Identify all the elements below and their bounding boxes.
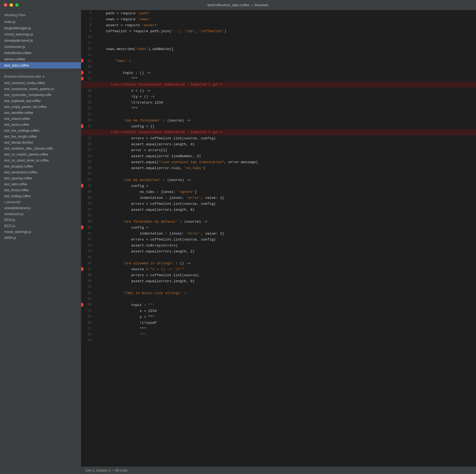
table-row: 41 indentation : {level: 'error', value:… (81, 231, 476, 236)
linter-item-test-constructor-needs-parens[interactable]: test_constructor_needs_parens.co (0, 86, 81, 92)
linter-item-test-no-stand-alone-at[interactable]: test_no_stand_alone_at.coffee (0, 157, 81, 163)
linter-item-test-newlines-after-classes[interactable]: test_newlines_after_classes.coffe (0, 146, 81, 152)
linter-item-e011-js[interactable]: E011.js (0, 223, 81, 229)
linter-item-test-trailing[interactable]: test_trailing.coffee (0, 193, 81, 199)
maximize-button[interactable] (15, 3, 19, 7)
error-icon: 🔴 (81, 77, 84, 81)
table-row: 58 ''' (81, 332, 476, 338)
code-line: errors = coffeelint.lint(source) (95, 272, 476, 278)
line-number: 52 (81, 296, 95, 302)
table-row: 20 \t\treturn 1234 (81, 100, 476, 106)
line-number: 8 (81, 22, 95, 28)
working-files-list: main.js pluginManager.js mixed_warnings.… (0, 19, 81, 68)
linter-item-test-throw[interactable]: test_throw.coffee (0, 187, 81, 193)
linter-item-test-identifier[interactable]: test_identifier.coffee (0, 110, 81, 116)
line-number: 29 (81, 159, 95, 165)
code-line: assert.equal(errors.length, 0) (95, 278, 476, 284)
line-number: 18 (81, 88, 95, 94)
line-number: 🔴 14 (81, 58, 95, 64)
linter-label: Brackets-InteractiveLinter (4, 75, 41, 78)
table-row: 28 assert.equal(error.lineNumber, 2) (81, 153, 476, 159)
linter-item-test-empty-param-list[interactable]: test_empty_param_list.coffee (0, 104, 81, 110)
code-line: assert.equal(error.lineNumber, 2) (95, 153, 476, 159)
sidebar-item-device-coffee[interactable]: device.coffee (0, 56, 81, 62)
error-icon: 🔴 (81, 267, 84, 271)
js-group-header[interactable]: ▾ javascript (0, 199, 81, 205)
linter-item-test-literate[interactable]: test_literate.litcoffee (0, 140, 81, 146)
linter-item-test-comment-config[interactable]: test_comment_config.coffee (0, 80, 81, 86)
code-line (95, 284, 476, 290)
line-number (81, 129, 95, 135)
code-line: path = require 'path' (95, 10, 476, 16)
code-line: topic : ''' (95, 302, 476, 308)
table-row: 54 x = 1234 (81, 308, 476, 314)
error-icon: 🔴 (81, 124, 84, 128)
linter-item-alreadydeclared-js[interactable]: alreadydeclared.js (0, 205, 81, 211)
linter-item-test-semicolons[interactable]: test_semicolons.coffee (0, 169, 81, 175)
linter-item-test-tabs[interactable]: test_tabs.coffee (0, 181, 81, 187)
sidebar-item-test-tabs-coffee[interactable]: test_tabs.coffee (0, 62, 81, 68)
table-row: 36 errors = coffeelint.lint(source, conf… (81, 201, 476, 207)
linter-item-test-line-endings[interactable]: test_line_endings.coffee (0, 128, 81, 134)
table-row: 43 assert.isArray(errors) (81, 242, 476, 248)
line-number: 59 (81, 338, 95, 344)
linter-item-test-line-length[interactable]: test_line_length.coffee (0, 134, 81, 140)
code-line: 'Tabs in multi-line strings' : (95, 290, 476, 296)
table-row: 🔴 16 topic : () -> (81, 70, 476, 76)
sidebar-item-mixed-warnings-js[interactable]: mixed_warnings.js (0, 31, 81, 37)
close-button[interactable] (4, 3, 7, 7)
line-number: 55 (81, 314, 95, 320)
table-row: 44 assert.equal(errors.length, 2) (81, 248, 476, 254)
table-row: 27 error = errors[1] (81, 147, 476, 153)
sidebar-item-constructor-js[interactable]: constructor.js (0, 44, 81, 50)
linter-item-test-spacing[interactable]: test_spacing.coffee (0, 175, 81, 181)
code-line: y = """ (95, 314, 476, 320)
linter-item-e010-js[interactable]: E010.js (0, 217, 81, 223)
line-number: 27 (81, 147, 95, 153)
editor-content[interactable]: 6 path = require 'path' 7 vows = require… (81, 10, 476, 466)
sidebar-item-alreadydeclared-js[interactable]: alreadydeclared.js (0, 37, 81, 44)
linter-item-test-indent[interactable]: test_indent.coffee (0, 116, 81, 122)
code-table: 6 path = require 'path' 7 vows = require… (81, 10, 476, 344)
line-number: 51 (81, 290, 95, 296)
linter-item-test-cyclomatic-complexity[interactable]: test_cyclomatic_complexity.coffe (0, 92, 81, 98)
table-row: 🔴 24 config = {} (81, 123, 476, 129)
sidebar-item-pluginmanager-js[interactable]: pluginManager.js (0, 25, 81, 31)
table-row: 50 (81, 284, 476, 290)
line-number: 57 (81, 326, 95, 332)
table-row: 12 vows.describe('tabs').addBatch({ (81, 46, 476, 52)
linter-item-test-plusplus[interactable]: test_plusplus.coffee (0, 163, 81, 169)
minimize-button[interactable] (9, 3, 13, 7)
code-line (95, 171, 476, 177)
linter-item-mixed-warnings-js[interactable]: mixed_warnings.js (0, 229, 81, 235)
line-number: 9 (81, 28, 95, 34)
table-row: 30 assert.equal(error.rule, 'no_tabs') (81, 165, 476, 171)
linter-header[interactable]: Brackets-InteractiveLinter ⊕ (0, 73, 81, 80)
code-line: ''' (95, 332, 476, 338)
table-row: 37 assert.equal(errors.length, 0) (81, 207, 476, 213)
table-row: 13 (81, 52, 476, 58)
line-number: 23 (81, 117, 95, 123)
linter-item-test-levels[interactable]: test_levels.coffee (0, 122, 81, 128)
table-row: 🔴 14 'Tabs' : (81, 58, 476, 64)
table-row: 18 x = () -> (81, 88, 476, 94)
linter-item-test-duplicate-key[interactable]: test_duplicate_key.coffee (0, 98, 81, 104)
sidebar-item-main-js[interactable]: main.js (0, 19, 81, 25)
line-number: 28 (81, 153, 95, 159)
linter-item-w004-js[interactable]: W004.js (0, 235, 81, 241)
line-number: 19 (81, 94, 95, 100)
code-line: no_tabs : {level: 'ignore'} (95, 189, 476, 195)
status-bar: Line 1, Column 1 — 90 Lines (81, 466, 476, 474)
linter-item-constructor-js[interactable]: constructor.js (0, 211, 81, 217)
line-number: 13 (81, 52, 95, 58)
table-row: 52 (81, 296, 476, 302)
error-icon: 🔴 (81, 303, 84, 307)
code-line: \t\tasdf (95, 320, 476, 326)
sidebar-divider (0, 71, 81, 71)
code-line: assert.isArray(errors) (95, 242, 476, 248)
table-row: 25 errors = coffeelint.lint(source, conf… (81, 135, 476, 141)
code-line: indentation : {level: 'error', value: 1} (95, 231, 476, 236)
linter-item-test-no-implicit-parens[interactable]: test_no_implicit_parens.coffee (0, 152, 81, 157)
table-row: 🔴 47 source = "x = () -> '\t'" (81, 266, 476, 272)
sidebar-item-helloworld-coffee[interactable]: helloWorld.coffee (0, 50, 81, 56)
